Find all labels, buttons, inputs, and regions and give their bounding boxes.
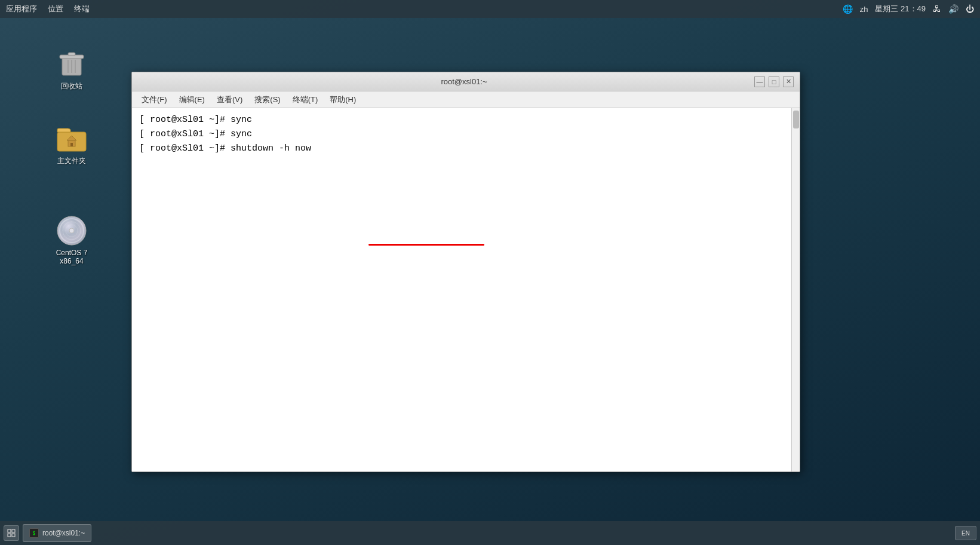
cd-icon	[56, 215, 87, 246]
terminal-controls: — □ ✕	[754, 76, 794, 87]
desktop-icon-centos[interactable]: CentOS 7 x86_64	[48, 215, 96, 265]
terminal-scrollbar-thumb[interactable]	[793, 111, 799, 128]
terminal-line-3: [ root@xSl01 ~]# shutdown -h now	[139, 142, 792, 156]
folder-icon	[56, 123, 87, 154]
minimize-button[interactable]: —	[754, 76, 765, 87]
topbar: 应用程序 位置 终端 🌐 zh 星期三 21：49 🖧 🔊 ⏻	[0, 0, 980, 18]
language-label: zh	[860, 5, 868, 14]
terminal-taskbar-icon: $	[29, 528, 39, 538]
volume-icon: 🔊	[948, 4, 959, 14]
power-icon[interactable]: ⏻	[966, 4, 974, 14]
svg-rect-16	[12, 529, 15, 532]
taskbar-kbd-layout[interactable]: EN	[955, 526, 976, 540]
taskbar: $ root@xsl01:~ EN	[0, 521, 980, 545]
menu-terminal[interactable]: 终端(T)	[288, 93, 323, 107]
menu-terminal[interactable]: 终端	[74, 4, 90, 14]
taskbar-terminal-item[interactable]: $ root@xsl01:~	[23, 524, 91, 542]
red-underline-annotation	[368, 244, 484, 246]
svg-rect-2	[68, 53, 75, 56]
close-button[interactable]: ✕	[783, 76, 794, 87]
svg-rect-17	[8, 534, 11, 537]
terminal-line-2: [ root@xSl01 ~]# sync	[139, 127, 792, 142]
taskbar-terminal-label: root@xsl01:~	[42, 529, 85, 537]
menu-search[interactable]: 搜索(S)	[250, 93, 285, 107]
datetime-label: 星期三 21：49	[875, 4, 926, 14]
menu-edit[interactable]: 编辑(E)	[174, 93, 210, 107]
menu-view[interactable]: 查看(V)	[212, 93, 247, 107]
terminal-titlebar: root@xsl01:~ — □ ✕	[132, 72, 800, 91]
menu-places[interactable]: 位置	[48, 4, 63, 14]
terminal-scrollbar[interactable]	[791, 108, 800, 471]
svg-point-14	[69, 228, 74, 233]
network-icon: 🖧	[933, 4, 941, 14]
terminal-body[interactable]: [ root@xSl01 ~]# sync [ root@xSl01 ~]# s…	[132, 108, 800, 471]
trash-icon	[56, 48, 87, 79]
svg-rect-18	[12, 534, 15, 537]
terminal-line-1: [ root@xSl01 ~]# sync	[139, 113, 792, 127]
terminal-title: root@xsl01:~	[174, 77, 754, 86]
menu-file[interactable]: 文件(F)	[137, 93, 172, 107]
topbar-left: 应用程序 位置 终端	[6, 4, 90, 14]
home-folder-label: 主文件夹	[57, 156, 86, 166]
trash-label: 回收站	[61, 81, 82, 91]
menu-help[interactable]: 帮助(H)	[325, 93, 361, 107]
terminal-window: root@xsl01:~ — □ ✕ 文件(F) 编辑(E) 查看(V) 搜索(…	[131, 72, 800, 472]
menu-apps[interactable]: 应用程序	[6, 4, 37, 14]
show-desktop-button[interactable]	[4, 525, 19, 541]
desktop: 回收站 主文件夹	[0, 18, 980, 521]
topbar-right: 🌐 zh 星期三 21：49 🖧 🔊 ⏻	[843, 4, 974, 14]
svg-rect-15	[8, 529, 11, 532]
terminal-menubar: 文件(F) 编辑(E) 查看(V) 搜索(S) 终端(T) 帮助(H)	[132, 91, 800, 108]
centos-label: CentOS 7 x86_64	[48, 249, 96, 265]
flag-icon: 🌐	[843, 4, 853, 14]
svg-rect-9	[70, 143, 73, 146]
maximize-button[interactable]: □	[769, 76, 779, 87]
desktop-icon-trash[interactable]: 回收站	[48, 48, 96, 91]
desktop-icon-home[interactable]: 主文件夹	[48, 123, 96, 166]
kbd-layout-label: EN	[961, 530, 970, 537]
